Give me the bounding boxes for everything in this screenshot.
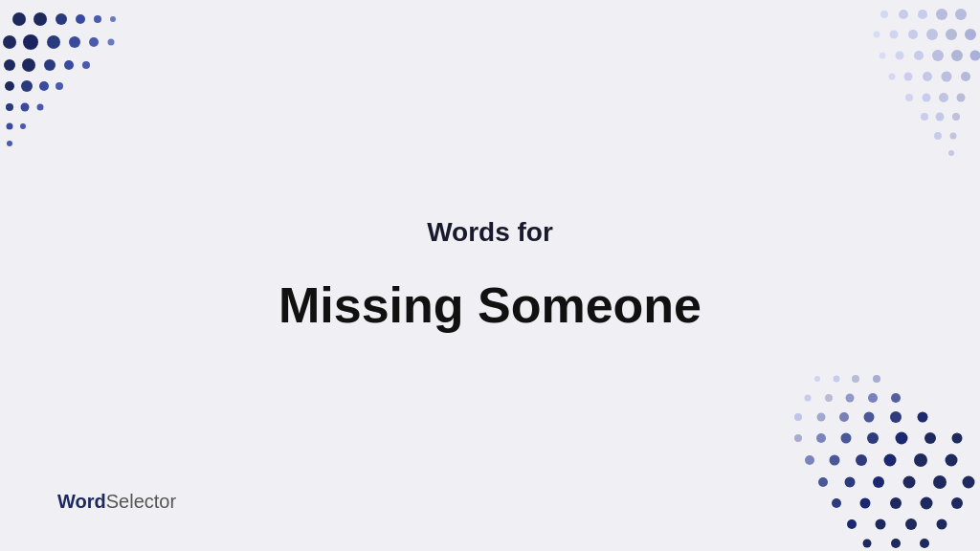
svg-point-95 xyxy=(890,497,902,509)
svg-point-65 xyxy=(846,394,855,403)
svg-point-15 xyxy=(64,60,74,70)
svg-point-55 xyxy=(921,113,928,121)
svg-point-68 xyxy=(794,413,802,421)
svg-point-23 xyxy=(37,104,44,111)
svg-point-62 xyxy=(873,375,880,383)
svg-point-71 xyxy=(864,412,875,423)
svg-point-35 xyxy=(908,30,918,39)
svg-point-38 xyxy=(970,51,981,61)
svg-point-21 xyxy=(6,103,13,111)
svg-point-102 xyxy=(863,540,872,548)
svg-point-1 xyxy=(33,12,47,26)
logo-selector-part: Selector xyxy=(106,491,176,512)
svg-point-51 xyxy=(923,94,931,102)
svg-point-13 xyxy=(22,58,35,72)
svg-point-88 xyxy=(845,477,856,488)
page-container: Words for Missing Someone WordSelector xyxy=(0,0,980,551)
svg-point-53 xyxy=(952,113,960,121)
svg-point-99 xyxy=(876,519,886,530)
svg-point-42 xyxy=(896,52,904,60)
svg-point-69 xyxy=(817,413,826,422)
svg-point-76 xyxy=(841,433,852,444)
top-right-dots xyxy=(789,0,980,210)
svg-point-70 xyxy=(839,412,849,422)
svg-point-45 xyxy=(942,72,952,82)
svg-point-3 xyxy=(76,14,85,24)
svg-point-40 xyxy=(932,50,944,61)
svg-point-9 xyxy=(69,36,80,48)
subtitle: Words for xyxy=(427,217,553,248)
logo: WordSelector xyxy=(57,491,176,513)
svg-point-26 xyxy=(7,141,12,146)
svg-point-17 xyxy=(5,81,14,91)
svg-point-4 xyxy=(94,15,101,23)
svg-point-29 xyxy=(918,10,927,19)
svg-point-41 xyxy=(914,51,924,60)
logo-word-part: Word xyxy=(57,491,106,512)
svg-point-90 xyxy=(903,476,916,489)
svg-point-32 xyxy=(965,29,976,40)
svg-point-47 xyxy=(904,73,913,81)
svg-point-78 xyxy=(896,432,908,445)
svg-point-18 xyxy=(21,80,33,92)
svg-point-97 xyxy=(951,497,963,509)
svg-point-7 xyxy=(23,34,38,50)
svg-point-33 xyxy=(946,29,957,40)
svg-point-104 xyxy=(920,539,929,548)
svg-point-67 xyxy=(891,393,901,403)
bottom-right-dots xyxy=(769,360,980,551)
svg-point-19 xyxy=(39,81,49,91)
svg-point-56 xyxy=(950,133,957,140)
svg-point-72 xyxy=(890,411,902,423)
svg-point-101 xyxy=(937,519,947,530)
svg-point-12 xyxy=(4,59,15,71)
svg-point-58 xyxy=(948,150,954,156)
svg-point-37 xyxy=(874,32,880,38)
top-left-dots xyxy=(0,0,153,191)
center-content: Words for Missing Someone xyxy=(278,217,702,334)
svg-point-73 xyxy=(918,412,928,423)
svg-point-60 xyxy=(834,376,840,383)
svg-point-77 xyxy=(867,432,879,444)
svg-point-87 xyxy=(818,477,828,487)
svg-point-11 xyxy=(108,39,115,46)
svg-point-44 xyxy=(961,72,970,81)
svg-point-6 xyxy=(3,35,16,49)
svg-point-89 xyxy=(873,476,884,488)
svg-point-98 xyxy=(847,519,857,529)
svg-point-92 xyxy=(963,476,975,489)
svg-point-84 xyxy=(884,454,897,467)
svg-point-46 xyxy=(923,72,932,81)
svg-point-36 xyxy=(890,31,899,39)
svg-point-80 xyxy=(952,433,963,444)
svg-point-79 xyxy=(924,432,936,444)
svg-point-50 xyxy=(939,93,948,102)
svg-point-31 xyxy=(880,11,888,18)
svg-point-25 xyxy=(20,123,26,129)
svg-point-75 xyxy=(816,433,826,443)
svg-point-14 xyxy=(44,59,56,71)
svg-point-93 xyxy=(832,498,841,508)
svg-point-0 xyxy=(12,12,26,26)
main-title: Missing Someone xyxy=(278,276,702,334)
svg-point-103 xyxy=(891,539,901,548)
svg-point-27 xyxy=(955,9,967,20)
svg-point-57 xyxy=(934,132,942,140)
svg-point-96 xyxy=(921,497,933,510)
svg-point-28 xyxy=(936,9,947,20)
svg-point-64 xyxy=(825,394,833,402)
svg-point-100 xyxy=(905,518,917,530)
svg-point-20 xyxy=(56,82,63,90)
svg-point-63 xyxy=(805,395,812,402)
svg-point-5 xyxy=(110,16,116,22)
svg-point-83 xyxy=(856,454,867,466)
svg-point-10 xyxy=(89,37,99,47)
svg-point-43 xyxy=(880,53,886,59)
svg-point-30 xyxy=(899,10,908,19)
svg-point-74 xyxy=(794,434,802,442)
svg-point-85 xyxy=(914,453,927,467)
svg-point-2 xyxy=(56,13,67,25)
svg-point-8 xyxy=(47,35,60,49)
svg-point-52 xyxy=(905,94,913,101)
svg-point-81 xyxy=(805,455,814,465)
